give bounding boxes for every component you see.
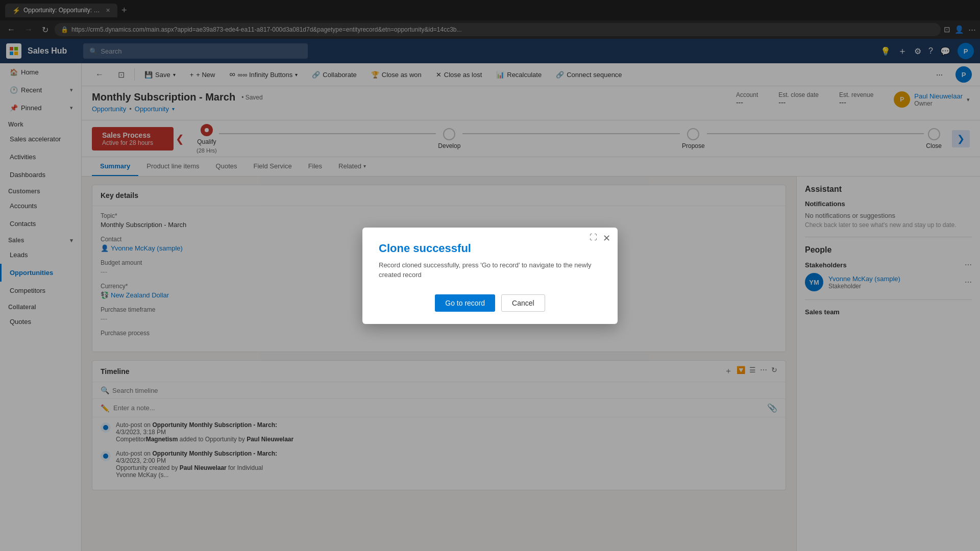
dialog-expand-button[interactable]: ⛶ bbox=[590, 233, 597, 241]
dialog-title: Clone successful bbox=[379, 242, 601, 255]
dialog-footer: Go to record Cancel bbox=[379, 294, 601, 312]
clone-success-dialog: ⛶ ✕ Clone successful Record cloned succe… bbox=[362, 228, 618, 324]
cancel-button[interactable]: Cancel bbox=[501, 294, 545, 312]
dialog-body: Record cloned successfully, press 'Go to… bbox=[379, 260, 601, 280]
go-to-record-button[interactable]: Go to record bbox=[435, 294, 495, 312]
dialog-close-button[interactable]: ✕ bbox=[603, 233, 610, 244]
dialog-overlay: ⛶ ✕ Clone successful Record cloned succe… bbox=[0, 0, 980, 551]
